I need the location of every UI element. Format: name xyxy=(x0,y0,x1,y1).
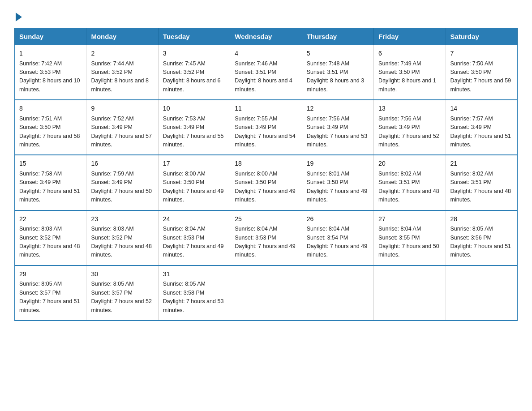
week-row-1: 1 Sunrise: 7:42 AMSunset: 3:53 PMDayligh… xyxy=(15,45,518,100)
column-header-thursday: Thursday xyxy=(302,28,373,45)
day-info: Sunrise: 7:45 AMSunset: 3:52 PMDaylight:… xyxy=(163,60,225,94)
day-info: Sunrise: 7:50 AMSunset: 3:50 PMDaylight:… xyxy=(450,60,513,94)
day-info: Sunrise: 7:44 AMSunset: 3:52 PMDaylight:… xyxy=(91,60,153,94)
day-cell: 6 Sunrise: 7:49 AMSunset: 3:50 PMDayligh… xyxy=(374,45,446,100)
header-row: SundayMondayTuesdayWednesdayThursdayFrid… xyxy=(15,28,518,45)
day-cell xyxy=(302,265,373,321)
page-header xyxy=(14,11,518,20)
day-cell: 10 Sunrise: 7:53 AMSunset: 3:49 PMDaylig… xyxy=(158,100,230,155)
day-number: 2 xyxy=(91,49,153,59)
day-info: Sunrise: 7:59 AMSunset: 3:49 PMDaylight:… xyxy=(91,170,153,205)
day-cell xyxy=(446,265,517,321)
day-cell xyxy=(230,265,302,321)
day-cell: 28 Sunrise: 8:05 AMSunset: 3:56 PMDaylig… xyxy=(446,210,517,265)
day-number: 31 xyxy=(163,270,225,279)
day-cell: 16 Sunrise: 7:59 AMSunset: 3:49 PMDaylig… xyxy=(86,155,158,210)
day-number: 11 xyxy=(235,104,297,114)
day-cell: 21 Sunrise: 8:02 AMSunset: 3:51 PMDaylig… xyxy=(446,155,517,210)
day-number: 8 xyxy=(19,104,82,114)
day-number: 20 xyxy=(378,159,441,169)
day-cell: 24 Sunrise: 8:04 AMSunset: 3:53 PMDaylig… xyxy=(158,210,230,265)
day-cell: 9 Sunrise: 7:52 AMSunset: 3:49 PMDayligh… xyxy=(86,100,158,155)
day-cell: 26 Sunrise: 8:04 AMSunset: 3:54 PMDaylig… xyxy=(302,210,373,265)
day-number: 6 xyxy=(378,49,441,59)
day-number: 21 xyxy=(450,159,513,169)
day-cell: 4 Sunrise: 7:46 AMSunset: 3:51 PMDayligh… xyxy=(230,45,302,100)
day-info: Sunrise: 8:00 AMSunset: 3:50 PMDaylight:… xyxy=(235,170,297,205)
day-cell: 22 Sunrise: 8:03 AMSunset: 3:52 PMDaylig… xyxy=(15,210,86,265)
day-cell: 15 Sunrise: 7:58 AMSunset: 3:49 PMDaylig… xyxy=(15,155,86,210)
day-number: 3 xyxy=(163,49,225,59)
day-info: Sunrise: 7:48 AMSunset: 3:51 PMDaylight:… xyxy=(307,60,369,94)
day-cell: 27 Sunrise: 8:04 AMSunset: 3:55 PMDaylig… xyxy=(374,210,446,265)
day-cell: 31 Sunrise: 8:05 AMSunset: 3:58 PMDaylig… xyxy=(158,265,230,321)
day-cell: 12 Sunrise: 7:56 AMSunset: 3:49 PMDaylig… xyxy=(302,100,373,155)
day-number: 12 xyxy=(307,104,369,114)
day-cell: 17 Sunrise: 8:00 AMSunset: 3:50 PMDaylig… xyxy=(158,155,230,210)
day-info: Sunrise: 7:57 AMSunset: 3:49 PMDaylight:… xyxy=(450,115,513,150)
day-info: Sunrise: 8:05 AMSunset: 3:56 PMDaylight:… xyxy=(450,225,513,260)
day-number: 14 xyxy=(450,104,513,114)
day-cell: 29 Sunrise: 8:05 AMSunset: 3:57 PMDaylig… xyxy=(15,265,86,321)
day-number: 4 xyxy=(235,49,297,59)
day-info: Sunrise: 8:04 AMSunset: 3:53 PMDaylight:… xyxy=(235,225,297,260)
day-info: Sunrise: 7:56 AMSunset: 3:49 PMDaylight:… xyxy=(307,115,369,150)
day-number: 7 xyxy=(450,49,513,59)
day-cell: 13 Sunrise: 7:56 AMSunset: 3:49 PMDaylig… xyxy=(374,100,446,155)
day-info: Sunrise: 8:00 AMSunset: 3:50 PMDaylight:… xyxy=(163,170,225,205)
day-info: Sunrise: 8:04 AMSunset: 3:55 PMDaylight:… xyxy=(378,225,441,260)
day-number: 13 xyxy=(378,104,441,114)
day-number: 17 xyxy=(163,159,225,169)
day-cell: 5 Sunrise: 7:48 AMSunset: 3:51 PMDayligh… xyxy=(302,45,373,100)
day-info: Sunrise: 8:03 AMSunset: 3:52 PMDaylight:… xyxy=(19,225,82,260)
day-number: 28 xyxy=(450,214,513,224)
day-cell: 7 Sunrise: 7:50 AMSunset: 3:50 PMDayligh… xyxy=(446,45,517,100)
day-number: 18 xyxy=(235,159,297,169)
day-info: Sunrise: 8:05 AMSunset: 3:58 PMDaylight:… xyxy=(163,280,225,315)
day-number: 19 xyxy=(307,159,369,169)
column-header-monday: Monday xyxy=(86,28,158,45)
day-number: 15 xyxy=(19,159,82,169)
day-number: 10 xyxy=(163,104,225,114)
day-info: Sunrise: 8:03 AMSunset: 3:52 PMDaylight:… xyxy=(91,225,153,260)
day-info: Sunrise: 8:05 AMSunset: 3:57 PMDaylight:… xyxy=(19,280,82,315)
day-number: 5 xyxy=(307,49,369,59)
column-header-saturday: Saturday xyxy=(446,28,517,45)
day-info: Sunrise: 8:05 AMSunset: 3:57 PMDaylight:… xyxy=(91,280,153,315)
day-info: Sunrise: 7:42 AMSunset: 3:53 PMDaylight:… xyxy=(19,60,82,94)
day-cell: 8 Sunrise: 7:51 AMSunset: 3:50 PMDayligh… xyxy=(15,100,86,155)
day-cell xyxy=(374,265,446,321)
day-number: 23 xyxy=(91,214,153,224)
day-info: Sunrise: 8:04 AMSunset: 3:53 PMDaylight:… xyxy=(163,225,225,260)
logo-arrow-icon xyxy=(16,13,22,21)
day-number: 9 xyxy=(91,104,153,114)
day-info: Sunrise: 7:55 AMSunset: 3:49 PMDaylight:… xyxy=(235,115,297,150)
day-number: 22 xyxy=(19,214,82,224)
day-number: 25 xyxy=(235,214,297,224)
day-number: 26 xyxy=(307,214,369,224)
day-number: 1 xyxy=(19,49,82,59)
week-row-3: 15 Sunrise: 7:58 AMSunset: 3:49 PMDaylig… xyxy=(15,155,518,210)
day-info: Sunrise: 8:04 AMSunset: 3:54 PMDaylight:… xyxy=(307,225,369,260)
day-cell: 2 Sunrise: 7:44 AMSunset: 3:52 PMDayligh… xyxy=(86,45,158,100)
day-cell: 3 Sunrise: 7:45 AMSunset: 3:52 PMDayligh… xyxy=(158,45,230,100)
week-row-4: 22 Sunrise: 8:03 AMSunset: 3:52 PMDaylig… xyxy=(15,210,518,265)
day-cell: 19 Sunrise: 8:01 AMSunset: 3:50 PMDaylig… xyxy=(302,155,373,210)
day-cell: 25 Sunrise: 8:04 AMSunset: 3:53 PMDaylig… xyxy=(230,210,302,265)
day-cell: 11 Sunrise: 7:55 AMSunset: 3:49 PMDaylig… xyxy=(230,100,302,155)
day-cell: 23 Sunrise: 8:03 AMSunset: 3:52 PMDaylig… xyxy=(86,210,158,265)
calendar-table: SundayMondayTuesdayWednesdayThursdayFrid… xyxy=(14,28,518,321)
week-row-2: 8 Sunrise: 7:51 AMSunset: 3:50 PMDayligh… xyxy=(15,100,518,155)
day-info: Sunrise: 7:58 AMSunset: 3:49 PMDaylight:… xyxy=(19,170,82,205)
column-header-tuesday: Tuesday xyxy=(158,28,230,45)
day-number: 29 xyxy=(19,270,82,279)
day-info: Sunrise: 8:02 AMSunset: 3:51 PMDaylight:… xyxy=(378,170,441,205)
day-number: 16 xyxy=(91,159,153,169)
day-info: Sunrise: 7:46 AMSunset: 3:51 PMDaylight:… xyxy=(235,60,297,94)
column-header-friday: Friday xyxy=(374,28,446,45)
day-number: 24 xyxy=(163,214,225,224)
day-cell: 14 Sunrise: 7:57 AMSunset: 3:49 PMDaylig… xyxy=(446,100,517,155)
day-info: Sunrise: 7:52 AMSunset: 3:49 PMDaylight:… xyxy=(91,115,153,150)
column-header-wednesday: Wednesday xyxy=(230,28,302,45)
day-info: Sunrise: 7:56 AMSunset: 3:49 PMDaylight:… xyxy=(378,115,441,150)
